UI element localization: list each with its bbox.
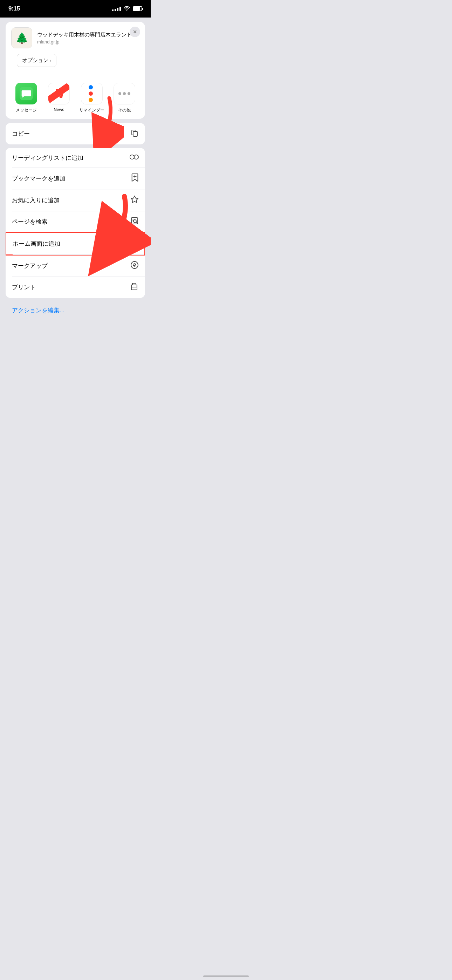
copy-label: コピー [12,130,30,138]
app-messages[interactable]: メッセージ [12,83,40,113]
options-button[interactable]: オプション › [17,54,56,67]
favorites-label: お気に入りに追加 [12,196,60,204]
reading-list-label: リーディングリストに追加 [12,154,83,162]
markup-icon [131,261,139,271]
wifi-icon [124,6,130,12]
news-icon: N [48,83,70,105]
signal-icon [112,7,121,11]
svg-line-7 [136,222,137,223]
close-button[interactable]: ✕ [130,27,140,37]
close-icon: ✕ [133,29,137,35]
news-label: News [54,107,64,112]
edit-actions-link[interactable]: アクションを編集... [6,301,145,319]
copy-card: コピー [6,123,145,145]
more-label: その他 [118,107,131,113]
action-list-card: リーディングリストに追加 ブックマークを追加 お気に入りに追加 [6,148,145,298]
print-icon [130,282,139,292]
app-news[interactable]: N News [45,83,73,113]
add-home-action[interactable]: ホーム画面に追加 [6,232,145,256]
favorites-icon [131,195,139,205]
reminders-label: リマインダー [79,107,104,113]
svg-rect-15 [131,287,137,290]
add-home-icon [130,239,138,249]
share-sheet: ウッドデッキ用木材の専門店木エランド mland.gr.jp ✕ オプション › [0,18,151,333]
battery-icon [133,6,142,11]
reminders-icon [81,83,103,105]
find-page-action[interactable]: ページを検索 [6,211,145,232]
bookmark-icon [131,173,139,184]
svg-point-16 [136,286,137,286]
app-reminders[interactable]: リマインダー [78,83,106,113]
favorites-action[interactable]: お気に入りに追加 [6,189,145,211]
add-home-label: ホーム画面に追加 [13,240,60,248]
status-icons [112,6,142,12]
messages-icon [16,83,37,105]
apps-row: メッセージ N News [6,77,145,119]
copy-icon [131,129,139,139]
svg-rect-1 [133,131,137,136]
markup-label: マークアップ [12,262,48,270]
app-more[interactable]: その他 [110,83,138,113]
markup-action[interactable]: マークアップ [6,255,145,277]
svg-point-3 [134,154,138,159]
site-info: ウッドデッキ用木材の専門店木エランド mland.gr.jp [37,31,140,45]
bookmark-action[interactable]: ブックマークを追加 [6,167,145,189]
find-page-label: ページを検索 [12,218,48,226]
svg-marker-4 [131,196,138,203]
edit-actions-section: アクションを編集... [6,301,145,319]
reading-list-icon [130,154,139,162]
reading-list-action[interactable]: リーディングリストに追加 [6,148,145,167]
website-header: ウッドデッキ用木材の専門店木エランド mland.gr.jp ✕ [6,22,145,54]
copy-action[interactable]: コピー [6,123,145,145]
messages-label: メッセージ [16,107,37,113]
more-icon [113,83,135,105]
status-time: 9:15 [8,5,20,12]
site-url: mland.gr.jp [37,39,140,45]
chevron-right-icon: › [50,58,51,63]
options-label: オプション [22,57,48,64]
site-title: ウッドデッキ用木材の専門店木エランド [37,31,140,38]
bookmark-label: ブックマークを追加 [12,175,65,183]
svg-point-13 [131,261,138,269]
svg-point-2 [130,154,134,159]
print-action[interactable]: プリント [6,277,145,298]
share-website-card: ウッドデッキ用木材の専門店木エランド mland.gr.jp ✕ オプション › [6,22,145,119]
status-bar: 9:15 [0,0,151,18]
print-label: プリント [12,283,36,291]
site-favicon [11,27,32,48]
find-page-icon [131,216,139,227]
